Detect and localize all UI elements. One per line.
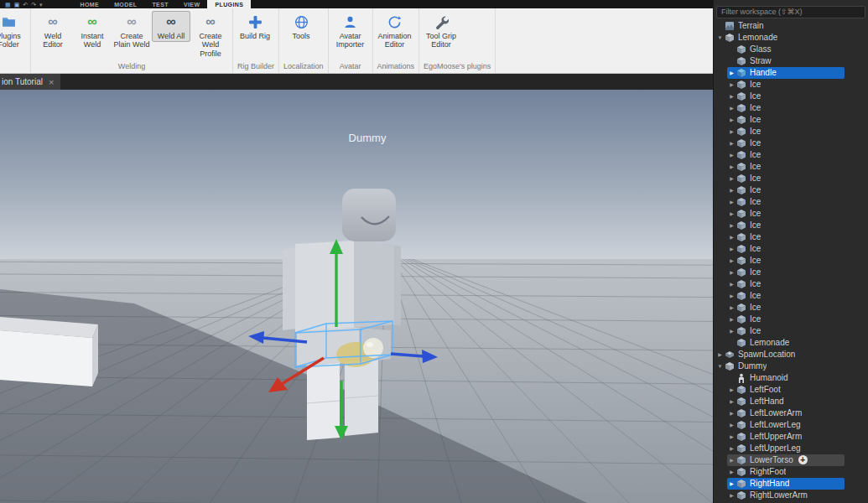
tree-row-dummy[interactable]: ▼Dummy	[714, 360, 868, 372]
ribbon-button-tool-grip-editor[interactable]: Tool Grip Editor	[422, 11, 460, 51]
expand-arrow-icon[interactable]: ▶	[727, 480, 736, 486]
tree-row-rightfoot[interactable]: ▶RightFoot	[714, 466, 868, 478]
studio-logo-icon[interactable]: ▦	[5, 2, 11, 8]
tree-row-ice[interactable]: ▶Ice	[714, 290, 868, 302]
tree-row-ice[interactable]: ▶Ice	[714, 137, 868, 149]
tree-row-lefthand[interactable]: ▶LeftHand	[714, 396, 868, 407]
scene-canvas[interactable]: Dummy	[0, 90, 713, 503]
tree-row-ice[interactable]: ▶Ice	[714, 184, 868, 196]
ribbon-button-create-weld-profile[interactable]: ∞Create Weld Profile	[191, 11, 230, 60]
tree-row-terrain[interactable]: Terrain	[714, 20, 868, 32]
tree-row-straw[interactable]: Straw	[714, 55, 868, 67]
tab-home[interactable]: HOME	[73, 0, 107, 8]
expand-arrow-icon[interactable]: ▶	[727, 128, 736, 134]
tree-row-ice[interactable]: ▶Ice	[714, 196, 868, 208]
dummy-torso-front[interactable]	[295, 241, 354, 332]
tree-row-glass[interactable]: Glass	[714, 44, 868, 55]
collapse-arrow-icon[interactable]: ▼	[715, 364, 725, 369]
expand-arrow-icon[interactable]: ▶	[727, 304, 736, 310]
tree-row-spawnlocation[interactable]: ▶SpawnLocation	[714, 349, 868, 360]
expand-arrow-icon[interactable]: ▶	[727, 281, 736, 287]
tree-row-ice[interactable]: ▶Ice	[714, 102, 868, 114]
expand-arrow-icon[interactable]: ▶	[727, 293, 736, 298]
expand-arrow-icon[interactable]: ▶	[727, 93, 736, 99]
ribbon-button-build-rig[interactable]: Build Rig	[236, 11, 274, 42]
white-part[interactable]	[0, 317, 98, 386]
tree-row-ice[interactable]: ▶Ice	[714, 302, 868, 314]
expand-arrow-icon[interactable]: ▶	[727, 246, 736, 252]
expand-arrow-icon[interactable]: ▶	[727, 152, 736, 158]
expand-arrow-icon[interactable]: ▶	[727, 386, 736, 392]
expand-arrow-icon[interactable]: ▶	[727, 422, 736, 428]
tree-row-leftupperarm[interactable]: ▶LeftUpperArm	[714, 431, 868, 443]
tree-row-ice[interactable]: ▶Ice	[714, 278, 868, 290]
expand-arrow-icon[interactable]: ▶	[727, 187, 736, 193]
tree-row-ice[interactable]: ▶Ice	[714, 91, 868, 102]
ribbon-button-create-plain-weld[interactable]: ∞Create Plain Weld	[112, 11, 151, 51]
dropdown-caret-icon[interactable]: ▾	[39, 2, 43, 8]
expand-arrow-icon[interactable]: ▶	[727, 457, 736, 463]
tree-row-leftlowerarm[interactable]: ▶LeftLowerArm	[714, 407, 868, 419]
expand-arrow-icon[interactable]: ▶	[727, 433, 736, 439]
tab-view[interactable]: VIEW	[176, 0, 208, 8]
tab-plugins[interactable]: PLUGINS	[207, 0, 251, 8]
undo-icon[interactable]: ↶	[23, 2, 28, 8]
tree-row-ice[interactable]: ▶Ice	[714, 255, 868, 267]
expand-arrow-icon[interactable]: ▶	[727, 257, 736, 263]
expand-arrow-icon[interactable]: ▶	[727, 316, 736, 322]
tree-row-rightlowerarm[interactable]: ▶RightLowerArm	[714, 490, 868, 501]
ribbon-button-weld-all[interactable]: ∞Weld All	[152, 11, 190, 42]
tree-row-lemonade[interactable]: ▼Lemonade	[714, 32, 868, 44]
tree-row-ice[interactable]: ▶Ice	[714, 267, 868, 278]
save-icon[interactable]: ▣	[14, 2, 20, 8]
tree-row-ice[interactable]: ▶Ice	[714, 325, 868, 337]
tree-row-lowertorso[interactable]: ▶LowerTorso+	[714, 454, 868, 466]
close-tab-icon[interactable]: ×	[49, 77, 54, 87]
expand-arrow-icon[interactable]: ▶	[727, 140, 736, 146]
tree-row-ice[interactable]: ▶Ice	[714, 208, 868, 220]
expand-arrow-icon[interactable]: ▶	[727, 163, 736, 169]
expand-arrow-icon[interactable]: ▶	[727, 70, 736, 75]
tree-row-ice[interactable]: ▶Ice	[714, 314, 868, 325]
expand-arrow-icon[interactable]: ▶	[727, 199, 736, 205]
tree-row-leftlowerleg[interactable]: ▶LeftLowerLeg	[714, 419, 868, 431]
ribbon-button-animation-editor[interactable]: Animation Editor	[376, 11, 414, 51]
expand-arrow-icon[interactable]: ▶	[727, 492, 736, 498]
dummy-torso-side[interactable]	[354, 241, 394, 328]
add-instance-button[interactable]: +	[798, 455, 808, 464]
tree-row-ice[interactable]: ▶Ice	[714, 173, 868, 184]
tree-row-ice[interactable]: ▶Ice	[714, 243, 868, 255]
tree-row-ice[interactable]: ▶Ice	[714, 220, 868, 231]
expand-arrow-icon[interactable]: ▶	[727, 117, 736, 122]
expand-arrow-icon[interactable]: ▶	[727, 469, 736, 474]
ribbon-button-tools[interactable]: Tools	[282, 11, 320, 42]
expand-arrow-icon[interactable]: ▶	[727, 105, 736, 111]
tree-row-ice[interactable]: ▶Ice	[714, 79, 868, 91]
tree-row-handle[interactable]: ▶Handle	[714, 67, 868, 79]
viewport-3d[interactable]: Dummy	[0, 90, 713, 503]
tree-row-righthand[interactable]: ▶RightHand	[714, 478, 868, 490]
expand-arrow-icon[interactable]: ▶	[727, 210, 736, 216]
expand-arrow-icon[interactable]: ▶	[727, 222, 736, 228]
tree-row-humanoid[interactable]: Humanoid	[714, 372, 868, 384]
ribbon-button-plugins-folder[interactable]: Plugins Folder	[0, 11, 28, 51]
expand-arrow-icon[interactable]: ▶	[727, 410, 736, 416]
tree-row-ice[interactable]: ▶Ice	[714, 114, 868, 126]
dummy-head[interactable]	[342, 189, 396, 241]
expand-arrow-icon[interactable]: ▶	[727, 328, 736, 334]
tab-test[interactable]: TEST	[144, 0, 176, 8]
collapse-arrow-icon[interactable]: ▼	[715, 35, 725, 40]
tree-row-lemonade[interactable]: Lemonade	[714, 337, 868, 349]
document-tab[interactable]: ion Tutorial ×	[0, 74, 60, 90]
expand-arrow-icon[interactable]: ▶	[727, 234, 736, 240]
expand-arrow-icon[interactable]: ▶	[727, 445, 736, 451]
tree-row-ice[interactable]: ▶Ice	[714, 149, 868, 161]
tree-row-leftfoot[interactable]: ▶LeftFoot	[714, 384, 868, 396]
expand-arrow-icon[interactable]: ▶	[727, 175, 736, 181]
ribbon-button-avatar-importer[interactable]: Avatar Importer	[331, 11, 370, 51]
explorer-filter-input[interactable]	[716, 6, 865, 18]
expand-arrow-icon[interactable]: ▶	[715, 351, 725, 357]
tree-row-ice[interactable]: ▶Ice	[714, 231, 868, 243]
expand-arrow-icon[interactable]: ▶	[727, 81, 736, 87]
expand-arrow-icon[interactable]: ▶	[727, 269, 736, 275]
